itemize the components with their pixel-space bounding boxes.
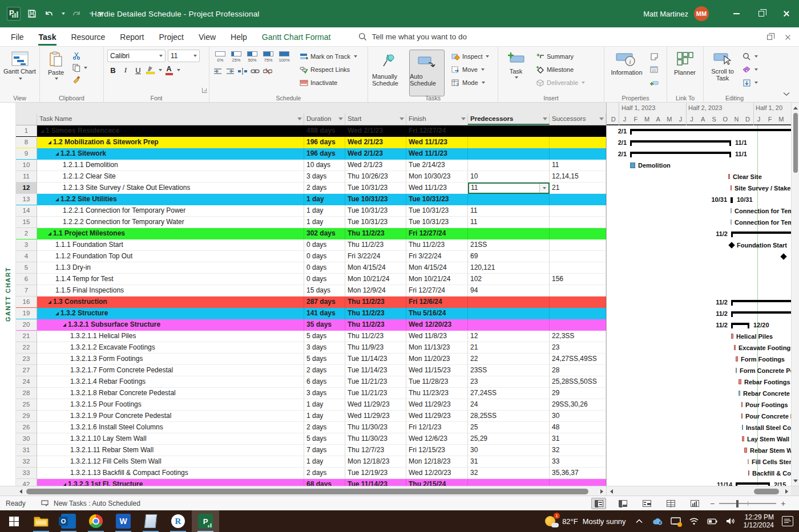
- finish-cell[interactable]: Fri 12/27/24: [406, 228, 468, 239]
- task-row[interactable]: 41.1.2 Foundation Top Out0 daysFri 3/22/…: [16, 251, 606, 262]
- finish-cell[interactable]: Wed 11/1/23: [406, 148, 468, 160]
- scroll-up-icon[interactable]: [792, 104, 799, 112]
- predecessors-cell[interactable]: [468, 125, 550, 137]
- task-row[interactable]: 321.3.2.1.12 Fill Cells Stem Wall1 dayMo…: [16, 456, 606, 468]
- duration-cell[interactable]: 5 days: [304, 354, 345, 365]
- task-name-cell[interactable]: 1.3.2.1.3 Form Footings: [37, 354, 304, 365]
- start-cell[interactable]: Thu 12/7/23: [345, 445, 406, 456]
- task-row[interactable]: 111.2.1.2 Clear Site3 daysThu 10/26/23Mo…: [16, 171, 606, 182]
- collapse-ribbon-icon[interactable]: [783, 88, 790, 99]
- task-row[interactable]: 271.3.2.1.7 Form Concrete Pedestal2 days…: [16, 365, 606, 376]
- start-cell[interactable]: Tue 10/31/23: [345, 182, 406, 194]
- view-task-usage-button[interactable]: [615, 498, 630, 509]
- predecessors-cell[interactable]: [468, 137, 550, 148]
- successors-cell[interactable]: [550, 239, 606, 251]
- successors-cell[interactable]: 25,28SS,50SS: [550, 376, 606, 388]
- duration-cell[interactable]: 5 days: [304, 433, 345, 445]
- row-number[interactable]: 42: [16, 479, 37, 486]
- successors-cell[interactable]: [550, 137, 606, 148]
- task-name-cell[interactable]: 1.2 Mobilization & Sitework Prep: [37, 137, 304, 148]
- duration-cell[interactable]: 3 days: [304, 342, 345, 354]
- row-number[interactable]: 6: [16, 274, 37, 285]
- start-cell[interactable]: Mon 12/18/23: [345, 456, 406, 468]
- task-name-cell[interactable]: 1.3.2.1.1 Helical Piles: [37, 331, 304, 342]
- task-row[interactable]: 11 Simoes Residencece498 daysWed 2/1/23F…: [16, 125, 606, 137]
- start-cell[interactable]: Mon 4/15/24: [345, 262, 406, 274]
- finish-cell[interactable]: Wed 12/6/23: [406, 433, 468, 445]
- duration-cell[interactable]: 302 days: [304, 228, 345, 239]
- duration-cell[interactable]: 5 days: [304, 331, 345, 342]
- scroll-to-task-button[interactable]: Scroll to Task: [707, 50, 738, 93]
- start-cell[interactable]: Thu 11/9/23: [345, 342, 406, 354]
- finish-cell[interactable]: Wed 11/8/23: [406, 331, 468, 342]
- gantt-task-bar[interactable]: [731, 185, 732, 190]
- column-header-duration[interactable]: Duration: [304, 113, 345, 125]
- duration-cell[interactable]: 1 day: [304, 205, 345, 217]
- gantt-task-bar[interactable]: [734, 345, 736, 350]
- successors-cell[interactable]: 29SS,30,26: [550, 399, 606, 411]
- start-cell[interactable]: Tue 10/31/23: [345, 205, 406, 217]
- start-cell[interactable]: Mon 12/9/24: [345, 285, 406, 297]
- task-row[interactable]: 211.3.2.1.1 Helical Piles5 daysThu 11/2/…: [16, 331, 606, 342]
- zoom-slider-thumb[interactable]: [736, 500, 739, 507]
- user-avatar[interactable]: MM: [694, 6, 709, 21]
- start-cell[interactable]: Tue 11/14/23: [345, 365, 406, 376]
- successors-cell[interactable]: 32: [550, 445, 606, 456]
- task-row[interactable]: 301.3.2.1.10 Lay Stem Wall5 daysThu 11/3…: [16, 433, 606, 445]
- task-name-cell[interactable]: 1.1.3 Dry-in: [37, 262, 304, 274]
- duration-cell[interactable]: 15 days: [304, 285, 345, 297]
- finish-cell[interactable]: Wed 11/1/23: [406, 182, 468, 194]
- task-name-cell[interactable]: 1.3.2.1.7 Form Concrete Pedestal: [37, 365, 304, 376]
- successors-cell[interactable]: [550, 228, 606, 239]
- row-number[interactable]: 16: [16, 297, 37, 308]
- row-number[interactable]: 33: [16, 468, 37, 479]
- percent-complete-0[interactable]: 0%: [213, 50, 228, 64]
- menu-tab-task[interactable]: Task: [31, 27, 64, 47]
- collapse-triangle-icon[interactable]: [48, 300, 51, 304]
- finish-cell[interactable]: Fri 12/1/23: [406, 422, 468, 433]
- predecessors-cell[interactable]: 11: [468, 182, 550, 194]
- duration-cell[interactable]: 141 days: [304, 308, 345, 319]
- format-painter-button[interactable]: [71, 75, 89, 85]
- deliverable-dropdown-icon[interactable]: [582, 82, 585, 84]
- task-name-cell[interactable]: 1.3 Construction: [37, 297, 304, 308]
- doc-restore-icon[interactable]: [767, 35, 772, 40]
- insert-summary-button[interactable]: Summary: [534, 51, 587, 62]
- finish-cell[interactable]: Wed 11/15/23: [406, 365, 468, 376]
- zoom-in-icon[interactable]: +: [781, 501, 785, 506]
- gantt-chart-view-button[interactable]: Gantt Chart: [3, 50, 36, 93]
- weather-widget[interactable]: 1 82°F Mostly sunny: [545, 515, 626, 527]
- task-row[interactable]: 291.3.2.1.9 Pour Concrete Pedestal1 dayW…: [16, 411, 606, 422]
- start-cell[interactable]: Tue 11/14/23: [345, 354, 406, 365]
- gantt-task-bar[interactable]: [731, 220, 732, 225]
- successors-cell[interactable]: [550, 251, 606, 262]
- task-name-cell[interactable]: 1.3.2.1.13 Backfill & Compact Footings: [37, 468, 304, 479]
- gantt-task-bar[interactable]: [739, 379, 741, 384]
- collapse-triangle-icon[interactable]: [63, 323, 66, 327]
- clear-button[interactable]: [740, 64, 760, 75]
- row-number[interactable]: 28: [16, 388, 37, 399]
- undo-dropdown-icon[interactable]: [62, 13, 65, 15]
- doc-close-icon[interactable]: [785, 34, 791, 40]
- duration-cell[interactable]: 10 days: [304, 160, 345, 171]
- task-row[interactable]: 71.1.5 Final Inspections15 daysMon 12/9/…: [16, 285, 606, 297]
- task-name-cell[interactable]: 1.3.2.1.8 Rebar Concrete Pedestal: [37, 388, 304, 399]
- table-scroll-thumb[interactable]: [26, 489, 588, 494]
- predecessors-cell[interactable]: 10: [468, 171, 550, 182]
- row-number[interactable]: 5: [16, 262, 37, 274]
- row-number[interactable]: 22: [16, 342, 37, 354]
- task-name-cell[interactable]: 1.1 Project Milestones: [37, 228, 304, 239]
- predecessors-cell[interactable]: 27,24SS: [468, 388, 550, 399]
- start-cell[interactable]: Thu 11/2/23: [345, 297, 406, 308]
- row-number[interactable]: 14: [16, 205, 37, 217]
- gantt-task-bar[interactable]: [736, 356, 738, 362]
- onedrive-icon[interactable]: [652, 516, 663, 526]
- start-cell[interactable]: Thu 11/2/23: [345, 319, 406, 331]
- task-row[interactable]: 231.3.2.1.3 Form Footings5 daysTue 11/14…: [16, 354, 606, 365]
- successors-cell[interactable]: 12,14,15: [550, 171, 606, 182]
- finish-cell[interactable]: Mon 11/13/23: [406, 342, 468, 354]
- cell-dropdown-icon[interactable]: [539, 184, 548, 193]
- mark-on-track-dropdown-icon[interactable]: [354, 55, 357, 58]
- insert-milestone-button[interactable]: Milestone: [534, 64, 587, 75]
- filter-dropdown-icon[interactable]: [400, 117, 404, 120]
